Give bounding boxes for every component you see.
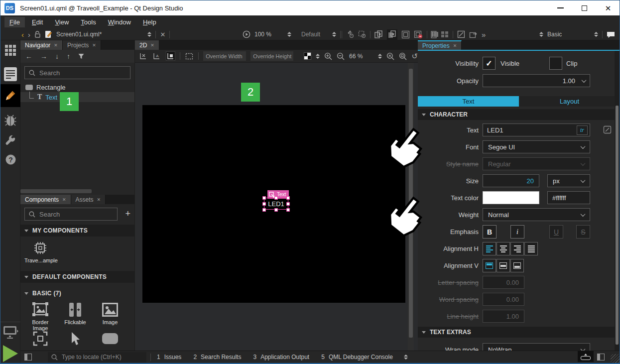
- bounding-rect-off-icon[interactable]: [414, 30, 423, 39]
- snapping-icon[interactable]: [166, 51, 175, 61]
- line-height-input[interactable]: 1.00: [483, 310, 524, 323]
- wrap-mode-dropdown[interactable]: NoWrap: [483, 343, 590, 351]
- frame-keyframe-icon[interactable]: [358, 30, 366, 38]
- section-text-extras[interactable]: TEXT EXTRAS: [418, 327, 615, 338]
- style-spinner[interactable]: [332, 32, 336, 37]
- component-item-border-image[interactable]: Border Image: [24, 300, 56, 331]
- override-width-field[interactable]: Override Width: [203, 51, 246, 61]
- component-item-custom[interactable]: Trave...ample: [24, 239, 56, 263]
- component-item-item[interactable]: [24, 329, 56, 348]
- tab-properties-close-icon[interactable]: ✕: [453, 43, 457, 48]
- properties-vscrollbar[interactable]: [615, 51, 620, 351]
- edit-document-icon[interactable]: [45, 30, 52, 38]
- section-character[interactable]: CHARACTER: [418, 109, 615, 120]
- kit-spinner-left[interactable]: [539, 32, 543, 37]
- snapping-anchors-icon[interactable]: A: [152, 51, 162, 61]
- list-view-icon[interactable]: [431, 31, 437, 38]
- kit-selector[interactable]: Basic: [547, 31, 590, 38]
- component-item-rectangle[interactable]: [94, 329, 126, 348]
- section-default-components[interactable]: DEFAULT COMPONENTS: [20, 271, 134, 283]
- background-spinner[interactable]: [316, 54, 320, 59]
- tab-projects-close-icon[interactable]: ✕: [92, 43, 96, 48]
- close-button[interactable]: ✕: [600, 1, 617, 14]
- tab-projects[interactable]: Projects ✕: [63, 40, 101, 50]
- resize-handle-n[interactable]: [274, 196, 278, 200]
- create-component-child-icon[interactable]: [387, 29, 397, 40]
- size-input[interactable]: 20: [483, 174, 539, 187]
- debug-mode-icon[interactable]: [0, 114, 20, 127]
- nav-up-arrow-icon[interactable]: ↑: [67, 52, 70, 60]
- output-pane-qml-debugger[interactable]: 5 QML Debugger Console: [315, 354, 399, 361]
- export-icon[interactable]: [469, 31, 478, 38]
- align-justify-button[interactable]: [524, 242, 538, 255]
- align-right-button[interactable]: [510, 242, 524, 255]
- output-pane-search-results[interactable]: 2 Search Results: [187, 354, 247, 361]
- translate-tr-button[interactable]: tr: [577, 125, 588, 135]
- weight-dropdown[interactable]: Normal: [483, 208, 590, 221]
- run-target-monitor-icon[interactable]: [0, 325, 20, 340]
- tree-item-rectangle[interactable]: Rectangle: [20, 82, 134, 92]
- align-left-button[interactable]: [483, 242, 496, 255]
- unlock-icon[interactable]: [34, 31, 41, 38]
- nav-filter-icon[interactable]: [78, 53, 85, 59]
- zoom-in-icon[interactable]: [324, 52, 332, 60]
- tab-assets[interactable]: Assets ✕: [71, 195, 106, 204]
- tab-assets-close-icon[interactable]: ✕: [97, 197, 101, 202]
- navigator-hscrollbar[interactable]: [20, 189, 92, 193]
- component-item-flickable[interactable]: Flickable: [59, 300, 91, 325]
- create-component-icon[interactable]: [374, 30, 383, 39]
- resize-handle-w[interactable]: [262, 202, 266, 206]
- menu-window[interactable]: Window: [103, 17, 136, 27]
- tab-components[interactable]: Components ✕: [20, 195, 71, 204]
- document-spinner[interactable]: [147, 32, 151, 37]
- align-top-button[interactable]: [483, 259, 496, 272]
- align-bottom-button[interactable]: [510, 259, 524, 272]
- section-basic[interactable]: BASIC (7): [20, 287, 134, 299]
- zoom-all-icon[interactable]: [386, 52, 394, 60]
- tab-navigator-close-icon[interactable]: ✕: [54, 43, 58, 48]
- toolbar-overflow-chevron[interactable]: »: [482, 31, 486, 38]
- edit-text-icon[interactable]: [603, 125, 612, 134]
- edit-mode-icon[interactable]: [0, 67, 20, 81]
- nav-right-arrow-icon[interactable]: →: [40, 52, 47, 60]
- tab-components-close-icon[interactable]: ✕: [62, 197, 66, 202]
- italic-button[interactable]: i: [510, 225, 524, 239]
- annotation-icon[interactable]: [457, 30, 465, 38]
- no-snapping-icon[interactable]: [138, 51, 148, 61]
- resize-handle-nw[interactable]: [262, 196, 266, 200]
- bounding-rect-icon[interactable]: [401, 30, 410, 39]
- toggle-left-sidebar-icon[interactable]: [24, 354, 32, 361]
- menu-view[interactable]: View: [50, 17, 74, 27]
- tab-navigator[interactable]: Navigator ✕: [20, 40, 63, 50]
- clip-checkbox[interactable]: [549, 57, 562, 70]
- visible-checkbox[interactable]: [483, 57, 496, 70]
- strikethrough-button[interactable]: S: [576, 225, 590, 239]
- opacity-combobox[interactable]: 1.00: [483, 74, 590, 87]
- resize-handle-ne[interactable]: [286, 196, 290, 200]
- kit-spinner-right[interactable]: [594, 32, 598, 37]
- nav-down-arrow-icon[interactable]: ↓: [55, 52, 59, 60]
- subtab-text[interactable]: Text: [418, 96, 519, 107]
- underline-button[interactable]: U: [549, 225, 563, 239]
- close-document-icon[interactable]: ✕: [160, 31, 165, 38]
- menu-edit[interactable]: Edit: [27, 17, 48, 27]
- zoom-out-icon[interactable]: [337, 52, 345, 60]
- size-unit-dropdown[interactable]: px: [547, 174, 590, 187]
- toggle-right-sidebar-icon[interactable]: [597, 354, 605, 361]
- open-document-name[interactable]: Screen01.ui.qml*: [56, 31, 102, 38]
- output-pane-spinner[interactable]: [404, 355, 408, 360]
- resize-handle-s[interactable]: [274, 208, 278, 212]
- component-item-mousearea[interactable]: [59, 329, 91, 348]
- word-spacing-input[interactable]: 0.00: [483, 293, 524, 306]
- resize-handle-sw[interactable]: [262, 208, 266, 212]
- style-selector[interactable]: Default: [301, 31, 320, 38]
- canvas-zoom-spinner[interactable]: [378, 54, 382, 59]
- components-search-input[interactable]: Search: [24, 208, 118, 221]
- align-middle-button[interactable]: [496, 259, 510, 272]
- zoom-selection-icon[interactable]: [399, 52, 407, 60]
- run-zoom-spinner[interactable]: [287, 32, 291, 37]
- show-bounds-icon[interactable]: [185, 51, 194, 61]
- canvas-zoom-value[interactable]: 66 %: [349, 53, 363, 60]
- subtab-layout[interactable]: Layout: [519, 96, 620, 107]
- run-play-button[interactable]: [0, 345, 20, 362]
